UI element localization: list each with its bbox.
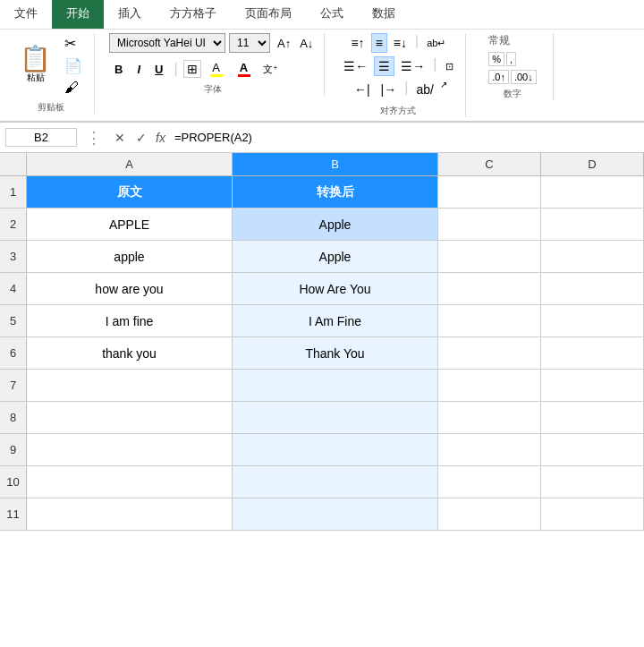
cell-d2[interactable] (541, 209, 644, 241)
increase-font-size-button[interactable]: A↑ (274, 35, 294, 52)
orientation-button[interactable]: ab/ (411, 80, 437, 99)
tab-home[interactable]: 开始 (52, 0, 104, 29)
format-painter-button[interactable]: 🖌 (60, 78, 87, 98)
tab-file[interactable]: 文件 (0, 0, 52, 29)
decrease-decimal-button[interactable]: .00↓ (511, 70, 537, 84)
col-header-a[interactable]: A (27, 153, 233, 176)
cell-d3[interactable] (541, 241, 644, 273)
cell-b6[interactable]: Thank You (233, 337, 438, 370)
tab-data[interactable]: 数据 (358, 0, 410, 29)
cell-b11[interactable] (233, 498, 438, 531)
cell-c8[interactable] (438, 402, 541, 434)
formula-input[interactable] (174, 131, 639, 144)
expand-icon[interactable]: ↗ (440, 80, 447, 99)
underline-button[interactable]: U (149, 61, 168, 78)
cell-c4[interactable] (438, 273, 541, 305)
tab-layout[interactable]: 页面布局 (231, 0, 306, 29)
cell-reference-input[interactable] (5, 128, 77, 147)
number-format-label: 常规 (488, 33, 510, 48)
col-header-b[interactable]: B (233, 153, 438, 176)
increase-decimal-button[interactable]: .0↑ (488, 70, 509, 84)
cell-d11[interactable] (541, 498, 644, 531)
cell-a1[interactable]: 原文 (27, 176, 233, 209)
wrap-text-button[interactable]: ab↵ (422, 33, 450, 53)
comma-button[interactable]: , (506, 52, 516, 66)
align-bottom-button[interactable]: ≡↓ (389, 33, 411, 53)
align-top-button[interactable]: ≡↑ (346, 33, 369, 53)
cell-a11[interactable] (27, 498, 233, 531)
cell-c3[interactable] (438, 241, 541, 273)
copy-button[interactable]: 📄 (60, 55, 87, 76)
cell-d8[interactable] (541, 402, 644, 434)
align-middle-button[interactable]: ≡ (371, 33, 387, 53)
cell-a9[interactable] (27, 434, 233, 466)
tab-fangge[interactable]: 方方格子 (156, 0, 231, 29)
tab-insert[interactable]: 插入 (104, 0, 156, 29)
col-header-d[interactable]: D (541, 153, 644, 176)
align-left-button[interactable]: ☰← (339, 56, 372, 76)
cell-b4[interactable]: How Are You (233, 273, 438, 305)
merge-button[interactable]: ⊡ (441, 56, 458, 76)
align-center-button[interactable]: ☰ (374, 56, 394, 76)
decrease-font-size-button[interactable]: A↓ (296, 35, 317, 52)
cell-d9[interactable] (541, 434, 644, 466)
cell-c1[interactable] (438, 176, 541, 209)
font-extra-button[interactable]: 文⁺ (259, 61, 282, 78)
row-num-1: 1 (0, 176, 27, 209)
cell-a7[interactable] (27, 370, 233, 402)
fill-icon: A (212, 61, 220, 74)
font-content: Microsoft YaHei UI 11 A↑ A↓ B I U | (109, 33, 317, 80)
font-size-select[interactable]: 11 (229, 33, 270, 53)
cell-c2[interactable] (438, 209, 541, 241)
cell-c10[interactable] (438, 466, 541, 498)
cell-b10[interactable] (233, 466, 438, 498)
increase-indent-button[interactable]: |→ (377, 80, 402, 99)
cell-d1[interactable] (541, 176, 644, 209)
decrease-indent-button[interactable]: ←| (350, 80, 375, 99)
cell-c9[interactable] (438, 434, 541, 466)
font-row1: Microsoft YaHei UI 11 A↑ A↓ (109, 33, 317, 53)
cell-d5[interactable] (541, 305, 644, 337)
percent-button[interactable]: % (488, 52, 504, 66)
cell-c11[interactable] (438, 498, 541, 531)
confirm-formula-button[interactable]: ✓ (132, 130, 150, 146)
cell-a5[interactable]: I am fine (27, 305, 233, 337)
font-color-button[interactable]: A (232, 58, 257, 80)
table-row: 6 thank you Thank You (0, 337, 644, 370)
cut-button[interactable]: ✂ (60, 33, 87, 54)
cell-a3[interactable]: apple (27, 241, 233, 273)
cell-a6[interactable]: thank you (27, 337, 233, 370)
border-button[interactable]: ⊞ (183, 60, 201, 78)
font-name-select[interactable]: Microsoft YaHei UI (109, 33, 225, 53)
align-right-button[interactable]: ☰→ (396, 56, 429, 76)
cell-a10[interactable] (27, 466, 233, 498)
cell-b9[interactable] (233, 434, 438, 466)
fill-color-button[interactable]: A (204, 58, 229, 80)
cell-b2[interactable]: Apple (233, 209, 438, 241)
cell-a8[interactable] (27, 402, 233, 434)
cell-d10[interactable] (541, 466, 644, 498)
cell-d6[interactable] (541, 337, 644, 370)
align-row1: ≡↑ ≡ ≡↓ | ab↵ (346, 33, 450, 53)
row-num-3: 3 (0, 241, 27, 273)
italic-button[interactable]: I (131, 61, 146, 78)
cell-d4[interactable] (541, 273, 644, 305)
cell-b8[interactable] (233, 402, 438, 434)
fx-label: fx (156, 131, 165, 145)
tab-formula[interactable]: 公式 (306, 0, 358, 29)
col-header-c[interactable]: C (438, 153, 541, 176)
cell-c5[interactable] (438, 305, 541, 337)
cell-c6[interactable] (438, 337, 541, 370)
cell-a2[interactable]: APPLE (27, 209, 233, 241)
cell-d7[interactable] (541, 370, 644, 402)
cell-b3[interactable]: Apple (233, 241, 438, 273)
cell-a4[interactable]: how are you (27, 273, 233, 305)
cell-b1[interactable]: 转换后 (233, 176, 438, 209)
bold-button[interactable]: B (109, 61, 128, 78)
cancel-formula-button[interactable]: ✕ (111, 130, 129, 146)
table-row: 2 APPLE Apple (0, 209, 644, 241)
cell-b7[interactable] (233, 370, 438, 402)
cell-c7[interactable] (438, 370, 541, 402)
paste-button[interactable]: 📋 粘贴 (14, 45, 56, 86)
cell-b5[interactable]: I Am Fine (233, 305, 438, 337)
